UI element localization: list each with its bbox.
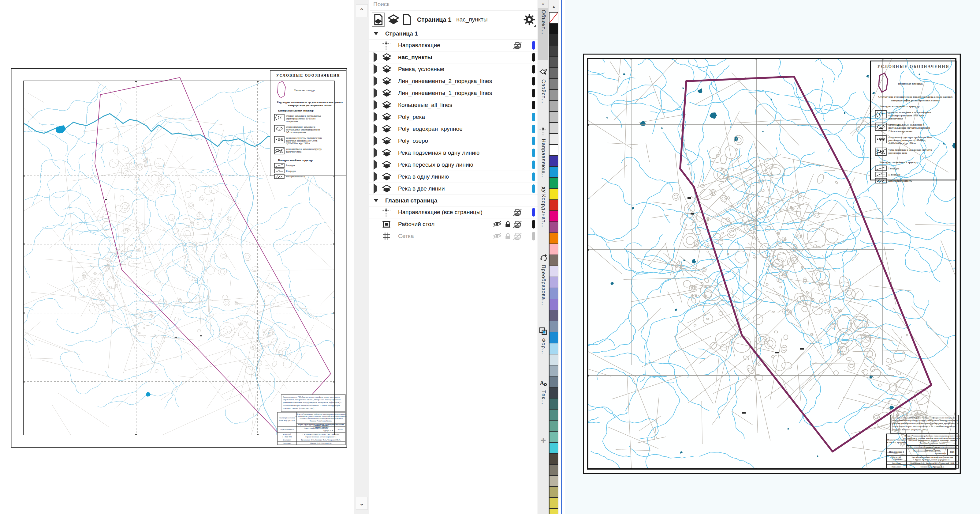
- layer-color-chip[interactable]: [532, 41, 535, 49]
- palette-swatch[interactable]: [549, 299, 558, 310]
- expand-arrow-icon[interactable]: [374, 88, 377, 98]
- palette-swatch[interactable]: [549, 420, 558, 431]
- vertical-scrollbar[interactable]: ⌃ ⌄: [354, 0, 369, 514]
- palette-swatch[interactable]: [549, 200, 558, 211]
- palette-swatch[interactable]: [549, 465, 558, 476]
- palette-swatch[interactable]: [549, 233, 558, 244]
- lock-icon[interactable]: [504, 220, 511, 229]
- collapse-docker-icon[interactable]: »: [538, 1, 549, 6]
- expand-arrow-icon[interactable]: [374, 160, 377, 170]
- show-current-page-icon[interactable]: [372, 13, 385, 27]
- layer-color-chip[interactable]: [532, 172, 535, 181]
- palette-swatch[interactable]: [549, 45, 558, 56]
- layer-color-chip[interactable]: [532, 101, 535, 109]
- layer-row[interactable]: Лин_линеаменты_1_порядка_lines: [369, 87, 538, 99]
- layer-row[interactable]: Poly_озеро: [369, 135, 538, 147]
- layer-color-chip[interactable]: [532, 65, 535, 73]
- expand-arrow-icon[interactable]: [374, 124, 377, 134]
- palette-swatch[interactable]: [549, 23, 558, 34]
- eye-off-icon[interactable]: [493, 233, 501, 241]
- palette-swatch[interactable]: [549, 476, 558, 487]
- palette-swatch[interactable]: [549, 56, 558, 67]
- palette-swatch[interactable]: [549, 255, 558, 266]
- palette-swatch[interactable]: [549, 332, 558, 343]
- scroll-down-button[interactable]: ⌄: [356, 497, 368, 510]
- pane-divider[interactable]: [559, 0, 565, 514]
- expand-arrow-icon[interactable]: [374, 64, 377, 74]
- layer-row[interactable]: Poly_водохран_крупное: [369, 123, 538, 135]
- layer-row[interactable]: Рабочий стол: [369, 219, 538, 230]
- layer-row[interactable]: Река в одну линию: [369, 171, 538, 183]
- layer-color-chip[interactable]: [532, 113, 535, 121]
- layer-color-chip[interactable]: [532, 125, 535, 133]
- palette-swatch[interactable]: [549, 266, 558, 277]
- gear-icon[interactable]: [523, 14, 535, 27]
- palette-scroll-up-icon[interactable]: ▲: [549, 4, 559, 9]
- search-input[interactable]: [370, 0, 539, 10]
- printer-off-icon[interactable]: [513, 233, 522, 242]
- palette-swatch[interactable]: [549, 409, 558, 420]
- palette-swatch[interactable]: [549, 123, 558, 134]
- map-page[interactable]: УСЛОВНЫЕ ОБОЗНАЧЕНИЯТиманская площадьСтр…: [583, 54, 961, 474]
- layer-color-chip[interactable]: [532, 208, 535, 217]
- layer-row[interactable]: Сетка: [369, 230, 538, 242]
- palette-swatch[interactable]: [549, 453, 558, 465]
- layer-row[interactable]: Направляющие: [369, 40, 538, 51]
- expand-arrow-icon[interactable]: [374, 76, 377, 86]
- layer-color-chip[interactable]: [532, 148, 535, 157]
- palette-swatch[interactable]: [549, 277, 558, 288]
- expand-arrow-icon[interactable]: [374, 148, 377, 158]
- layer-color-chip[interactable]: [532, 89, 535, 97]
- expand-arrow-icon[interactable]: [374, 172, 377, 182]
- palette-swatch[interactable]: [549, 244, 558, 255]
- palette-swatch[interactable]: [549, 67, 558, 78]
- docker-tab-4[interactable]: ХУКоординат…: [538, 184, 549, 228]
- palette-swatch[interactable]: [549, 376, 558, 387]
- palette-swatch[interactable]: [549, 509, 558, 514]
- palette-swatch[interactable]: [549, 211, 558, 222]
- layer-row[interactable]: нас_пункты: [369, 51, 538, 64]
- layer-color-chip[interactable]: [532, 77, 535, 85]
- layer-row[interactable]: Река в две линии: [369, 183, 538, 195]
- palette-swatch[interactable]: [549, 343, 558, 354]
- layer-section-header[interactable]: Главная страница: [369, 195, 538, 206]
- layer-color-chip[interactable]: [532, 232, 535, 241]
- layer-row[interactable]: Poly_река: [369, 111, 538, 123]
- layer-section-header[interactable]: Страница 1: [369, 28, 538, 40]
- palette-swatch[interactable]: [549, 89, 558, 101]
- layer-color-chip[interactable]: [532, 161, 535, 169]
- printer-off-icon[interactable]: [513, 220, 522, 230]
- palette-swatch[interactable]: [549, 310, 558, 321]
- add-docker-button[interactable]: +: [538, 435, 549, 445]
- palette-swatch[interactable]: [549, 189, 558, 200]
- no-color-swatch[interactable]: [549, 12, 558, 23]
- layer-row[interactable]: Направляющие (все страницы): [369, 206, 538, 219]
- palette-swatch[interactable]: [549, 498, 558, 509]
- printer-off-icon[interactable]: [513, 42, 522, 51]
- palette-swatch[interactable]: [549, 134, 558, 145]
- palette-swatch[interactable]: [549, 178, 558, 189]
- palette-swatch[interactable]: [549, 387, 558, 398]
- palette-swatch[interactable]: [549, 34, 558, 45]
- palette-swatch[interactable]: [549, 156, 558, 167]
- palette-swatch[interactable]: [549, 431, 558, 442]
- printer-off-icon[interactable]: [513, 209, 522, 218]
- expand-arrow-icon[interactable]: [374, 136, 377, 146]
- drawing-canvas[interactable]: УСЛОВНЫЕ ОБОЗНАЧЕНИЯТиманская площадьСтр…: [565, 0, 980, 514]
- palette-swatch[interactable]: [549, 398, 558, 409]
- expand-arrow-icon[interactable]: [374, 112, 377, 122]
- collapse-arrow-icon[interactable]: [374, 199, 379, 202]
- expand-arrow-icon[interactable]: [374, 100, 377, 110]
- layer-row[interactable]: Лин_линеаменты_2_порядка_lines: [369, 75, 538, 87]
- eye-off-icon[interactable]: [493, 220, 501, 228]
- expand-arrow-icon[interactable]: [374, 52, 377, 62]
- docker-tab-7[interactable]: AТек…: [538, 377, 549, 405]
- palette-swatch[interactable]: [549, 487, 558, 498]
- layer-row[interactable]: Кольцевые_all_lines: [369, 99, 538, 111]
- palette-swatch[interactable]: [549, 222, 558, 233]
- lock-icon[interactable]: [504, 233, 511, 241]
- palette-swatch[interactable]: [549, 101, 558, 112]
- palette-swatch[interactable]: [549, 78, 558, 89]
- palette-swatch[interactable]: [549, 112, 558, 123]
- collapse-arrow-icon[interactable]: [374, 32, 379, 35]
